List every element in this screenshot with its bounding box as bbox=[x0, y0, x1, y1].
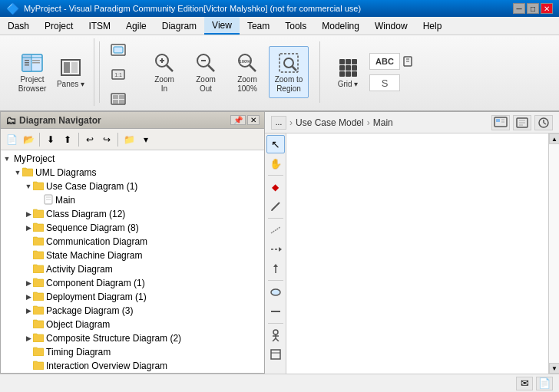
line-tool[interactable] bbox=[266, 302, 285, 321]
nav-pin-button[interactable]: 📌 bbox=[230, 115, 246, 125]
tree-expander-object-diagram[interactable] bbox=[24, 320, 33, 329]
hand-tool[interactable]: ✋ bbox=[266, 154, 285, 173]
tree-item-sequence-diagram[interactable]: ▶Sequence Diagram (8) bbox=[1, 221, 264, 235]
menu-item-window[interactable]: Window bbox=[367, 17, 415, 35]
scroll-down-button[interactable]: ▼ bbox=[549, 363, 559, 374]
nav-dropdown-button[interactable]: ▾ bbox=[138, 132, 154, 147]
menu-item-dash[interactable]: Dash bbox=[0, 17, 37, 35]
minimize-button[interactable]: ─ bbox=[513, 3, 525, 14]
tree-expander-main[interactable] bbox=[35, 196, 44, 205]
tree-expander-sequence-diagram[interactable]: ▶ bbox=[24, 223, 33, 232]
nav-back-button[interactable]: ↩ bbox=[82, 132, 98, 147]
nav-folder-button[interactable]: 📁 bbox=[121, 132, 137, 147]
tree-expander-composite-diagram[interactable]: ▶ bbox=[24, 334, 33, 343]
panes-button[interactable]: Panes ▾ bbox=[54, 46, 88, 98]
nav-up-button[interactable]: ⬆ bbox=[60, 132, 75, 147]
tree-expander-activity-diagram[interactable] bbox=[24, 265, 33, 274]
tree-item-uml-diagrams[interactable]: ▼UML Diagrams bbox=[1, 166, 264, 180]
breadcrumb-use-case[interactable]: Use Case Model bbox=[296, 117, 364, 128]
zoom-region-button[interactable]: Zoom toRegion bbox=[269, 46, 309, 98]
zoom-in-button[interactable]: ZoomIn bbox=[144, 46, 184, 98]
menu-item-agile[interactable]: Agile bbox=[118, 17, 154, 35]
nav-close-button[interactable]: ✕ bbox=[247, 115, 260, 125]
tree-expander-use-case-diagram[interactable]: ▼ bbox=[24, 182, 33, 191]
breadcrumb-main[interactable]: Main bbox=[373, 117, 393, 128]
zoom-buttons: ZoomIn ZoomOut 100% bbox=[144, 40, 309, 104]
tree-item-communication-diagram[interactable]: Communication Diagram bbox=[1, 235, 264, 249]
overview-button[interactable] bbox=[104, 87, 132, 110]
tree-expander-state-machine-diagram[interactable] bbox=[24, 251, 33, 260]
actual-size-button[interactable]: 1:1 bbox=[104, 63, 132, 86]
tree-expander-component-diagram[interactable]: ▶ bbox=[24, 278, 33, 288]
tree-item-interaction-diagram[interactable]: Interaction Overview Diagram bbox=[1, 359, 264, 373]
pencil-tool[interactable] bbox=[266, 197, 285, 216]
s-row: S bbox=[369, 74, 417, 91]
zoom-region-icon bbox=[276, 51, 301, 75]
nav-new-button[interactable]: 📄 bbox=[4, 132, 19, 147]
breadcrumb-back-button[interactable]: ... bbox=[271, 116, 286, 130]
close-button[interactable]: ✕ bbox=[541, 3, 553, 14]
arrow-up-tool[interactable] bbox=[266, 259, 285, 278]
scroll-track[interactable] bbox=[549, 144, 559, 363]
canvas-main[interactable] bbox=[286, 133, 548, 374]
tree-expander-package-diagram[interactable]: ▶ bbox=[24, 306, 33, 315]
nav-open-button[interactable]: 📂 bbox=[21, 132, 36, 147]
diamond-tool[interactable]: ◆ bbox=[266, 178, 285, 196]
tree-item-use-case-diagram[interactable]: ▼Use Case Diagram (1) bbox=[1, 180, 264, 193]
breadcrumb-icon2[interactable] bbox=[513, 115, 531, 130]
s-text-box: S bbox=[369, 74, 400, 91]
zoom-out-button[interactable]: ZoomOut bbox=[186, 46, 226, 98]
menu-item-team[interactable]: Team bbox=[240, 17, 277, 35]
menu-item-project[interactable]: Project bbox=[37, 17, 81, 35]
tree-expander-interaction-diagram[interactable] bbox=[24, 361, 33, 371]
window-title: MyProject - Visual Paradigm Community Ed… bbox=[24, 4, 361, 13]
tree-item-timing-diagram[interactable]: Timing Diagram bbox=[1, 345, 264, 359]
frame-tool[interactable] bbox=[266, 345, 285, 364]
nav-forward-button[interactable]: ↪ bbox=[99, 132, 114, 147]
tree-item-composite-diagram[interactable]: ▶Composite Structure Diagram (2) bbox=[1, 331, 264, 345]
tree-icon-deployment-diagram bbox=[33, 292, 44, 303]
tree-item-main[interactable]: Main bbox=[1, 193, 264, 207]
pencil2-tool[interactable] bbox=[266, 221, 285, 239]
tree-item-class-diagram[interactable]: ▶Class Diagram (12) bbox=[1, 207, 264, 221]
select-tool[interactable]: ↖ bbox=[266, 135, 285, 153]
tree-expander-uml-diagrams[interactable]: ▼ bbox=[13, 168, 22, 177]
menu-item-tools[interactable]: Tools bbox=[277, 17, 314, 35]
tree-label-package-diagram: Package Diagram (3) bbox=[46, 305, 133, 316]
tree-item-component-diagram[interactable]: ▶Component Diagram (1) bbox=[1, 276, 264, 290]
grid-button[interactable]: Grid ▾ bbox=[331, 46, 365, 98]
title-bar-controls[interactable]: ─ □ ✕ bbox=[513, 3, 553, 14]
dashed-connector-tool[interactable] bbox=[266, 240, 285, 259]
tree-item-state-machine-diagram[interactable]: State Machine Diagram bbox=[1, 249, 264, 262]
zoom-100-button[interactable]: 100% Zoom100% bbox=[227, 46, 267, 98]
breadcrumb-icon1[interactable] bbox=[491, 115, 510, 130]
nav-down-button[interactable]: ⬇ bbox=[43, 132, 58, 147]
tree-item-myproject[interactable]: ▼MyProject bbox=[1, 152, 264, 166]
menu-item-help[interactable]: Help bbox=[415, 17, 450, 35]
tree-item-deployment-diagram[interactable]: ▶Deployment Diagram (1) bbox=[1, 290, 264, 304]
tree-label-composite-diagram: Composite Structure Diagram (2) bbox=[46, 333, 181, 344]
tree-expander-timing-diagram[interactable] bbox=[24, 348, 33, 357]
breadcrumb-icon3[interactable] bbox=[534, 115, 553, 130]
menu-item-view[interactable]: View bbox=[204, 17, 240, 35]
tree-expander-communication-diagram[interactable] bbox=[24, 237, 33, 246]
fit-window-button[interactable] bbox=[104, 38, 132, 61]
menu-item-modeling[interactable]: Modeling bbox=[314, 17, 367, 35]
tree-expander-myproject[interactable]: ▼ bbox=[2, 154, 12, 163]
scroll-up-button[interactable]: ▲ bbox=[549, 133, 559, 144]
tree-item-activity-diagram[interactable]: Activity Diagram bbox=[1, 262, 264, 276]
status-doc-button[interactable]: 📄 bbox=[536, 377, 553, 390]
nav-header-controls[interactable]: 📌 ✕ bbox=[230, 115, 260, 125]
menu-item-diagram[interactable]: Diagram bbox=[154, 17, 204, 35]
tree-item-object-diagram[interactable]: Object Diagram bbox=[1, 318, 264, 331]
menu-item-itsm[interactable]: ITSM bbox=[81, 17, 118, 35]
maximize-button[interactable]: □ bbox=[527, 3, 539, 14]
ellipse-tool[interactable] bbox=[266, 283, 285, 301]
person-tool[interactable] bbox=[266, 326, 285, 344]
tree-item-package-diagram[interactable]: ▶Package Diagram (3) bbox=[1, 304, 264, 318]
tree-expander-deployment-diagram[interactable]: ▶ bbox=[24, 292, 33, 301]
status-email-button[interactable]: ✉ bbox=[516, 377, 533, 390]
project-browser-button[interactable]: ProjectBrowser bbox=[12, 46, 52, 98]
abc-icon-button[interactable] bbox=[402, 54, 417, 69]
tree-expander-class-diagram[interactable]: ▶ bbox=[24, 209, 33, 219]
